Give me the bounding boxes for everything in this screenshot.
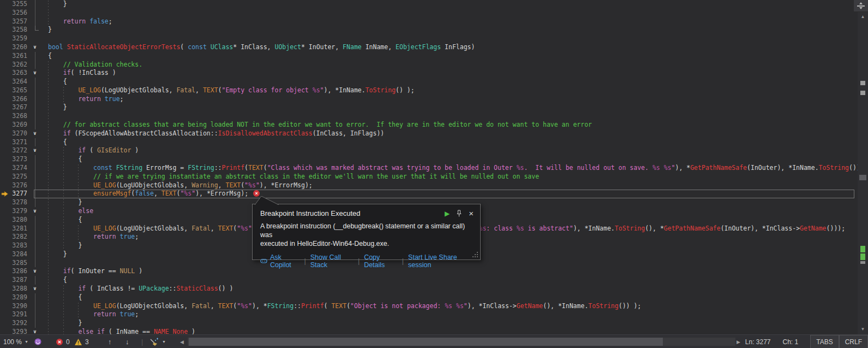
warning-count[interactable]: 3 <box>74 335 89 348</box>
code-line-3263[interactable]: 3263∨ if( !InClass ) <box>0 69 858 78</box>
code-line-3270[interactable]: 3270∨ if (FScopedAllowAbstractClassAlloc… <box>0 129 858 138</box>
code-line-3272[interactable]: 3272∨ if ( GIsEditor ) <box>0 146 858 155</box>
line-number[interactable]: 3282 <box>0 233 27 241</box>
fold-chevron-icon[interactable]: ∨ <box>31 207 39 216</box>
code-line-3264[interactable]: 3264 { <box>0 78 858 86</box>
line-number[interactable]: 3275 <box>0 173 27 181</box>
line-number[interactable]: 3265 <box>0 86 27 95</box>
eol-indicator[interactable]: CRLF <box>839 335 868 348</box>
code-line-3289[interactable]: 3289 { <box>0 293 858 302</box>
code-line-3287[interactable]: 3287 { <box>0 276 858 285</box>
code-line-3271[interactable]: 3271 { <box>0 138 858 147</box>
line-number[interactable]: 3255 <box>0 0 27 9</box>
code-line-3265[interactable]: 3265 UE_LOG(LogUObjectGlobals, Fatal, TE… <box>0 86 858 95</box>
line-number[interactable]: 3283 <box>0 241 27 250</box>
line-number[interactable]: 3266 <box>0 95 27 104</box>
fold-chevron-icon[interactable]: ∨ <box>31 43 39 52</box>
fold-chevron-icon[interactable]: ∨ <box>31 129 39 138</box>
line-number[interactable]: 3274 <box>0 164 27 173</box>
code-cleanup-broom-icon[interactable]: ▼ <box>148 335 166 348</box>
line-number[interactable]: 3281 <box>0 225 27 233</box>
line-number[interactable]: 3261 <box>0 52 27 61</box>
line-number[interactable]: 3287 <box>0 276 27 285</box>
line-number[interactable]: 3260 <box>0 43 27 52</box>
line-number[interactable]: 3272 <box>0 146 27 155</box>
code-line-3259[interactable]: 3259 <box>0 34 858 43</box>
splitter-grip-icon[interactable] <box>854 0 868 12</box>
code-line-3273[interactable]: 3273 { <box>0 155 858 164</box>
line-number[interactable]: 3277 <box>0 190 27 198</box>
fold-chevron-icon[interactable]: ∨ <box>31 267 39 276</box>
vertical-scrollbar[interactable]: ▲ ▼ <box>858 0 868 334</box>
code-line-3288[interactable]: 3288∨ if ( InClass != UPackage::StaticCl… <box>0 285 858 293</box>
popup-action-ask-copilot[interactable]: Ask Copilot <box>260 253 300 269</box>
horizontal-scrollbar[interactable] <box>188 338 735 346</box>
next-issue-icon[interactable]: ↓ <box>125 335 129 348</box>
code-line-3269[interactable]: 3269 // for abstract classes that are be… <box>0 121 858 129</box>
previous-issue-icon[interactable]: ↑ <box>108 335 112 348</box>
code-line-3293[interactable]: 3293∨ else if ( InName == NAME_None ) <box>0 328 858 334</box>
line-number[interactable]: 3264 <box>0 78 27 86</box>
line-number[interactable]: 3258 <box>0 26 27 34</box>
fold-chevron-icon[interactable]: ∨ <box>31 69 39 78</box>
line-number[interactable]: 3286 <box>0 267 27 276</box>
code-line-3268[interactable]: 3268 <box>0 112 858 121</box>
fold-chevron-icon[interactable]: ∨ <box>31 328 39 334</box>
line-indicator[interactable]: Ln: 3277 <box>745 338 771 346</box>
code-line-3255[interactable]: 3255 } <box>0 0 858 9</box>
popup-action-copy-details[interactable]: Copy Details <box>364 253 398 269</box>
line-number[interactable]: 3276 <box>0 181 27 190</box>
error-count[interactable]: 0 <box>56 335 70 348</box>
line-number[interactable]: 3289 <box>0 293 27 302</box>
code-line-3258[interactable]: 3258} <box>0 26 858 34</box>
popup-action-show-call-stack[interactable]: Show Call Stack <box>310 253 354 269</box>
line-number[interactable]: 3271 <box>0 138 27 147</box>
zoom-level-select[interactable]: 100 % ▼ <box>3 335 28 348</box>
code-line-3261[interactable]: 3261{ <box>0 52 858 61</box>
line-number[interactable]: 3262 <box>0 61 27 69</box>
code-line-3290[interactable]: 3290 UE_LOG(LogUObjectGlobals, Fatal, TE… <box>0 302 858 311</box>
line-number[interactable]: 3284 <box>0 250 27 259</box>
close-icon[interactable]: × <box>469 210 474 217</box>
line-number[interactable]: 3267 <box>0 103 27 112</box>
popup-action-start-live-share-session[interactable]: Start Live Share session <box>408 253 472 269</box>
fold-chevron-icon[interactable]: ∨ <box>31 146 39 155</box>
code-line-3275[interactable]: 3275 // if we are trying instantiate an … <box>0 173 858 181</box>
line-number[interactable]: 3292 <box>0 319 27 328</box>
code-line-3292[interactable]: 3292 } <box>0 319 858 328</box>
line-number[interactable]: 3257 <box>0 17 27 26</box>
resize-grip-icon[interactable] <box>472 251 478 258</box>
code-line-3276[interactable]: 3276 UE_LOG(LogUObjectGlobals, Warning, … <box>0 181 858 190</box>
line-number[interactable]: 3288 <box>0 285 27 293</box>
line-number[interactable]: 3273 <box>0 155 27 164</box>
line-number[interactable]: 3279 <box>0 207 27 216</box>
scroll-down-icon[interactable]: ▼ <box>858 327 868 332</box>
continue-play-icon[interactable]: ▶ <box>445 210 450 217</box>
pin-icon[interactable] <box>456 210 462 217</box>
line-number[interactable]: 3291 <box>0 310 27 319</box>
code-line-3267[interactable]: 3267 } <box>0 103 858 112</box>
code-line-3274[interactable]: 3274 const FString ErrorMsg = FString::P… <box>0 164 858 173</box>
fold-chevron-icon[interactable]: ∨ <box>31 285 39 293</box>
code-line-3256[interactable]: 3256 <box>0 9 858 17</box>
hscroll-right-icon[interactable]: ▶ <box>737 335 740 348</box>
line-number[interactable]: 3280 <box>0 216 27 225</box>
tabs-indicator[interactable]: TABS <box>810 335 839 348</box>
line-number[interactable]: 3269 <box>0 121 27 129</box>
code-editor-area[interactable]: 3255 }3256 3257 return false;3258}325932… <box>0 0 858 334</box>
line-number[interactable]: 3263 <box>0 69 27 78</box>
code-line-3277[interactable]: 3277 ensureMsgf(false, TEXT("%s"), *Erro… <box>0 190 858 198</box>
line-number[interactable]: 3259 <box>0 34 27 43</box>
code-line-3260[interactable]: 3260∨bool StaticAllocateObjectErrorTests… <box>0 43 858 52</box>
hscroll-left-icon[interactable]: ◀ <box>180 335 184 348</box>
line-number[interactable]: 3256 <box>0 9 27 17</box>
line-number[interactable]: 3278 <box>0 198 27 207</box>
line-number[interactable]: 3290 <box>0 302 27 311</box>
hscroll-thumb[interactable] <box>189 338 663 346</box>
code-line-3262[interactable]: 3262 // Validation checks. <box>0 61 858 69</box>
line-number[interactable]: 3293 <box>0 328 27 334</box>
code-line-3291[interactable]: 3291 return true; <box>0 310 858 319</box>
scroll-up-icon[interactable]: ▲ <box>858 14 868 19</box>
code-line-3266[interactable]: 3266 return true; <box>0 95 858 104</box>
line-number[interactable]: 3285 <box>0 259 27 268</box>
